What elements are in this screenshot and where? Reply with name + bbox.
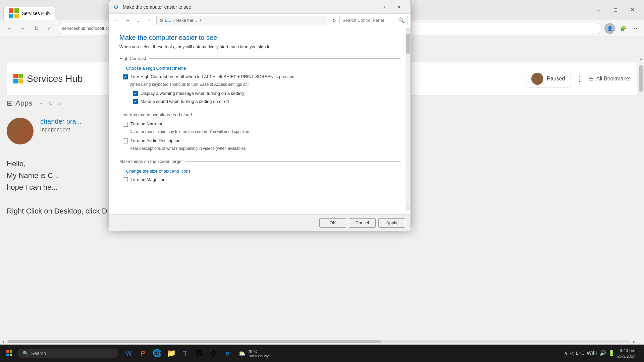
- taskbar-app-word[interactable]: W: [122, 347, 136, 360]
- close-button[interactable]: ✕: [625, 5, 640, 15]
- maximize-button[interactable]: □: [608, 5, 623, 15]
- checkmark-icon2: ✓: [134, 92, 137, 96]
- back-button[interactable]: ←: [4, 23, 15, 34]
- all-bookmarks[interactable]: 🗁 All Bookmarks: [588, 76, 631, 82]
- horizontal-scroll-thumb[interactable]: [7, 340, 381, 343]
- sub-checkboxes: ✓ Display a warning message when turning…: [119, 91, 400, 104]
- section-divider2: [195, 115, 400, 115]
- ok-button[interactable]: OK: [319, 218, 346, 228]
- taskbar-app-chrome[interactable]: 🌐: [150, 347, 164, 360]
- sound-checkbox[interactable]: ✓: [133, 99, 138, 104]
- taskbar-app-edge[interactable]: e: [221, 347, 234, 360]
- start-sq3: [6, 354, 9, 356]
- cp-forward-button[interactable]: →: [123, 16, 132, 25]
- scroll-thumb[interactable]: [639, 65, 643, 92]
- minimize-button[interactable]: –: [591, 5, 606, 15]
- high-contrast-theme-link[interactable]: Choose a High Contrast theme: [119, 66, 186, 71]
- taskbar-right: ∧ ◁ ENG WiFi 🔊 🔋 8:43 pm 26/3/2024 □: [564, 348, 641, 359]
- cp-search-input[interactable]: [342, 18, 396, 23]
- weather-widget[interactable]: ⛅ 29°C Partly cloudy: [235, 348, 271, 359]
- magnifier-row: Turn on Magnifier: [119, 177, 400, 182]
- cp-up-button[interactable]: ↑: [144, 16, 154, 25]
- chevron-up-icon[interactable]: ∧: [564, 350, 568, 356]
- magnifier-checkbox[interactable]: [123, 177, 128, 182]
- audio-desc-checkbox[interactable]: [123, 138, 128, 143]
- browser-tab[interactable]: Services Hub: [3, 7, 55, 20]
- section-divider: [149, 58, 400, 59]
- scroll-up-arrow[interactable]: ▲: [638, 55, 644, 62]
- cp-page-title: Make the computer easier to see: [119, 34, 400, 42]
- forward-button[interactable]: →: [17, 23, 28, 34]
- larger-section: Make things on the screen larger Change …: [119, 159, 400, 182]
- taskbar-app-settings[interactable]: ⚙: [207, 347, 220, 360]
- high-contrast-header: High Contrast: [119, 56, 400, 61]
- apps-label: Apps: [15, 99, 32, 108]
- ms-sq3: [13, 79, 18, 83]
- dialog-close-button[interactable]: ✕: [391, 2, 407, 12]
- more-options-button[interactable]: ⋮: [576, 75, 583, 83]
- cp-dropdown-button[interactable]: ⌄: [133, 16, 143, 25]
- taskbar-search[interactable]: 🔍 Search: [17, 349, 118, 358]
- dialog-titlebar: ⚙ Make the computer easier to see – □ ✕: [109, 0, 411, 14]
- narrator-row: Turn on Narrator: [119, 121, 400, 127]
- cp-back-button[interactable]: ←: [112, 16, 121, 25]
- taskbar-app-photos[interactable]: 🖼: [193, 347, 206, 360]
- cp-search-box[interactable]: 🔍: [339, 16, 408, 25]
- volume-icon[interactable]: 🔊: [599, 350, 606, 356]
- lang-label[interactable]: ENG: [576, 351, 585, 356]
- weather-temp: 29°C: [248, 349, 269, 354]
- nav-icon-back[interactable]: ←: [39, 100, 44, 106]
- cp-search-icon[interactable]: 🔍: [398, 17, 405, 23]
- scroll-right-arrow[interactable]: ►: [631, 339, 637, 345]
- narrator-checkbox[interactable]: [123, 122, 128, 127]
- cp-breadcrumb-make: Make the...: [175, 18, 197, 23]
- explorer-icon: 📁: [167, 349, 176, 358]
- paused-badge[interactable]: Paused: [526, 70, 571, 88]
- browser-menu-button[interactable]: ⋯: [629, 23, 640, 34]
- services-hub-title: Services Hub: [27, 73, 83, 84]
- nav-icon-refresh[interactable]: ↻: [48, 100, 53, 107]
- apply-button[interactable]: Apply: [378, 218, 405, 228]
- wifi-icon[interactable]: WiFi: [587, 350, 597, 356]
- browser-window-controls: – □ ✕: [591, 5, 644, 15]
- dialog-scroll-thumb[interactable]: [406, 34, 410, 54]
- taskbar-app-powerpoint[interactable]: P: [136, 347, 150, 360]
- dialog-scroll-down[interactable]: ▼: [406, 206, 411, 211]
- profile-avatar[interactable]: 👤: [604, 23, 615, 34]
- horizontal-scrollbar[interactable]: ◄ ►: [0, 339, 637, 345]
- dialog-maximize-button[interactable]: □: [376, 2, 391, 12]
- start-button[interactable]: [3, 347, 16, 360]
- taskbar-app-explorer[interactable]: 📁: [164, 347, 178, 360]
- dialog-minimize-button[interactable]: –: [360, 2, 376, 12]
- location-icon[interactable]: ◁: [570, 350, 574, 356]
- clock[interactable]: 8:43 pm 26/3/2024: [618, 348, 635, 359]
- cp-breadcrumb-dropdown[interactable]: ▾: [200, 18, 202, 23]
- dialog-scrollbar[interactable]: ▲ ▼: [406, 27, 411, 211]
- taskbar-app-teams[interactable]: T: [178, 347, 192, 360]
- scroll-left-arrow[interactable]: ◄: [0, 339, 6, 345]
- cancel-button[interactable]: Cancel: [349, 218, 376, 228]
- windows-logo-icon: [6, 350, 12, 356]
- text-icons-link[interactable]: Change the size of text and icons: [119, 169, 191, 174]
- cp-refresh-button[interactable]: ↻: [330, 16, 338, 24]
- keyboard-shortcut-desc: When using keyboard shortcuts to turn Ea…: [119, 82, 400, 87]
- bookmarks-icon: 🗁: [588, 76, 594, 82]
- audio-desc-text: Hear descriptions of what's happening in…: [119, 146, 400, 151]
- bookmarks-label: All Bookmarks: [596, 76, 631, 82]
- home-button[interactable]: ⌂: [44, 23, 55, 34]
- high-contrast-section: High Contrast Choose a High Contrast the…: [119, 56, 400, 104]
- battery-icon[interactable]: 🔋: [608, 350, 615, 356]
- audio-desc-label: Turn on Audio Description: [130, 138, 180, 143]
- notification-icon[interactable]: □: [638, 350, 641, 356]
- vertical-scrollbar[interactable]: ▲: [638, 55, 644, 297]
- chrome-icon: 🌐: [153, 349, 162, 358]
- high-contrast-checkbox[interactable]: ✓: [123, 74, 128, 79]
- high-contrast-title: High Contrast: [119, 56, 146, 61]
- cp-breadcrumb-e[interactable]: E...: [165, 18, 171, 23]
- dialog-scroll-up[interactable]: ▲: [406, 27, 411, 32]
- nav-icon-home[interactable]: ⌂: [57, 100, 60, 106]
- refresh-button[interactable]: ↻: [31, 23, 42, 34]
- extensions-button[interactable]: 🧩: [618, 23, 629, 34]
- dialog-window-controls: – □ ✕: [360, 2, 407, 12]
- warning-message-checkbox[interactable]: ✓: [133, 91, 138, 96]
